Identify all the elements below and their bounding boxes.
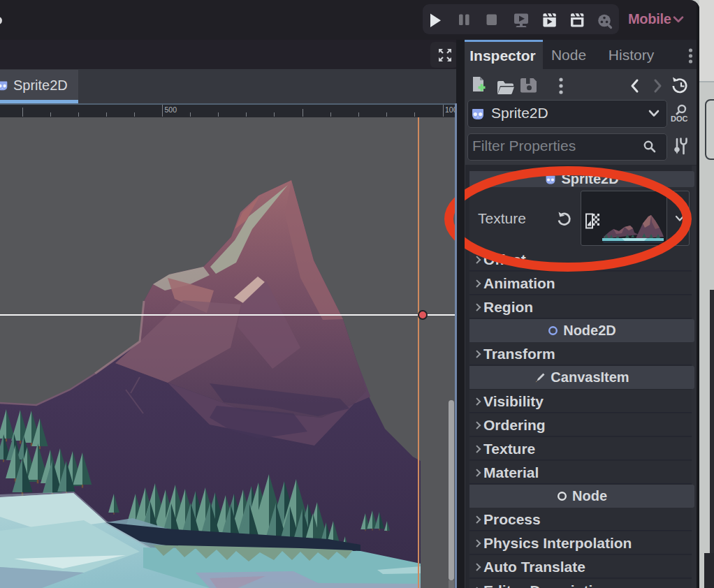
svg-text:DOC: DOC [671,115,688,123]
svg-text:500: 500 [165,105,177,114]
